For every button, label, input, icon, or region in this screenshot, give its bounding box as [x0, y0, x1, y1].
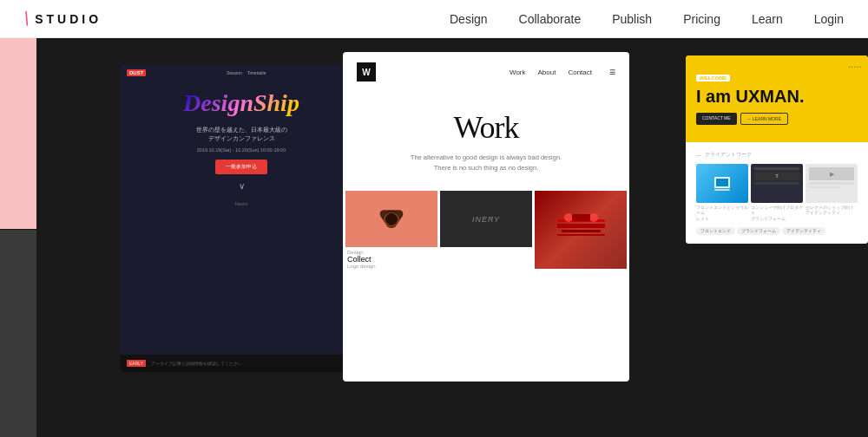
ux-work-item-2[interactable]: T: [751, 164, 803, 203]
port-hero-sub: The alternative to good design is always…: [391, 153, 582, 173]
ux-section-label: クライアントワーク: [696, 151, 858, 159]
ds-header: DUST Session Timetable 𝕋 f: [120, 64, 363, 82]
port-item-label-1: Design: [345, 247, 437, 255]
portfolio-img-3: [535, 191, 627, 269]
svg-rect-7: [572, 214, 590, 221]
ux-labels: フロントエンドとショウルームレメト コンシューマ向けプロダクトブランドフォーム …: [696, 205, 858, 222]
svg-rect-3: [557, 234, 605, 236]
ux-tag-1: フロントエンド: [696, 227, 735, 235]
portfolio-item-2[interactable]: INERY: [440, 191, 532, 269]
port-hero: Work The alternative to good design is a…: [343, 92, 629, 191]
ds-footer-badge: EARLY: [127, 360, 146, 367]
ux-tag-3: アイデンティティ: [782, 227, 825, 235]
ux-work-section: クライアントワーク T: [686, 142, 868, 244]
ds-hero: DesignShip 世界の壁を越えた、日本最大級のデザインカンファレンス 20…: [120, 82, 363, 215]
nav-design[interactable]: Design: [450, 12, 488, 26]
port-work-grid: Design Collect Logo design INERY: [343, 191, 629, 269]
ux-main-title: I am UXMAN.: [696, 87, 858, 106]
ds-logo: DUST: [127, 69, 146, 76]
ux-label-2: コンシューマ向けプロダクトブランドフォーム: [751, 205, 803, 222]
ux-contact-btn[interactable]: CONTACT ME: [696, 113, 737, 125]
port-hero-title: Work: [360, 109, 612, 146]
port-item-name-1: Collect: [345, 255, 437, 264]
ux-label-1: フロントエンドとショウルームレメト: [696, 205, 748, 222]
login-button[interactable]: Login: [814, 12, 844, 26]
svg-point-6: [589, 213, 598, 222]
portfolio-item-1[interactable]: Design Collect Logo design: [345, 191, 437, 269]
navbar: / STUDIO Design Collaborate Publish Pric…: [0, 0, 868, 38]
nav-collaborate[interactable]: Collaborate: [519, 12, 582, 26]
logo[interactable]: / STUDIO: [24, 10, 102, 29]
ux-cta-buttons: CONTACT ME → LEARN MORE: [696, 113, 858, 125]
nav-pricing[interactable]: Pricing: [683, 12, 720, 26]
ds-footer: EARLY アーカイブ記事と詳細情報を確認してください: [120, 355, 363, 372]
svg-rect-9: [716, 179, 728, 186]
ux-yellow-section: WELCOME • • • • • I am UXMAN. CONTACT ME…: [686, 55, 868, 142]
port-logo: W: [357, 62, 376, 82]
ux-tag-2: ブランドフォーム: [737, 227, 780, 235]
uxman-card: WELCOME • • • • • I am UXMAN. CONTACT ME…: [686, 55, 868, 244]
svg-rect-1: [557, 224, 605, 228]
ux-label-3: セレクトのショップ向けアイデンティティ: [806, 205, 858, 222]
portfolio-card: W Work About Contact ≡ Work The alternat…: [334, 52, 629, 382]
svg-rect-10: [714, 189, 730, 191]
logo-slash-icon: /: [21, 9, 32, 29]
content-area: DUST Session Timetable 𝕋 f DesignShip 世界…: [0, 38, 868, 437]
ds-news: News: [137, 201, 345, 206]
ux-learn-btn[interactable]: → LEARN MORE: [740, 113, 788, 125]
svg-point-5: [564, 213, 573, 222]
portfolio-item-3[interactable]: Design Collect Logo Selection: [535, 191, 627, 269]
hamburger-icon[interactable]: ≡: [609, 66, 615, 78]
port-item-label-2: [440, 247, 532, 250]
ux-work-item-3[interactable]: ▶: [806, 164, 858, 203]
designship-card: DUST Session Timetable 𝕋 f DesignShip 世界…: [76, 64, 363, 372]
ux-work-grid: T ▶: [696, 164, 858, 203]
svg-rect-2: [562, 230, 601, 232]
nav-links: Design Collaborate Publish Pricing Learn: [450, 12, 783, 26]
port-nav-links: Work About Contact: [510, 68, 592, 76]
ds-date: 2019.10.19(Sat) - 10.20(Sun) 10:00-19:00: [137, 147, 345, 153]
ds-scroll-icon: ∨: [137, 181, 345, 191]
ds-footer-text: アーカイブ記事と詳細情報を確認してください: [151, 361, 242, 366]
ds-subtitle: 世界の壁を越えた、日本最大級のデザインカンファレンス: [137, 126, 345, 144]
logo-text: STUDIO: [35, 12, 102, 26]
ds-nav: Session Timetable: [227, 70, 266, 75]
ux-work-item-1[interactable]: [696, 164, 748, 203]
port-nav: W Work About Contact ≡: [343, 52, 629, 92]
ux-welcome-tag: WELCOME: [696, 75, 730, 82]
ux-period-dots: • • • • •: [849, 64, 861, 69]
nav-learn[interactable]: Learn: [752, 12, 783, 26]
nav-publish[interactable]: Publish: [612, 12, 652, 26]
ds-register-button[interactable]: 一般参加申込: [215, 160, 267, 174]
ux-skill-tags: フロントエンド ブランドフォーム アイデンティティ: [696, 227, 858, 235]
port-item-sub-1: Logo design: [345, 264, 437, 269]
portfolio-img-1: [345, 191, 437, 247]
ds-title: DesignShip: [137, 90, 345, 117]
portfolio-img-2: INERY: [440, 191, 532, 247]
